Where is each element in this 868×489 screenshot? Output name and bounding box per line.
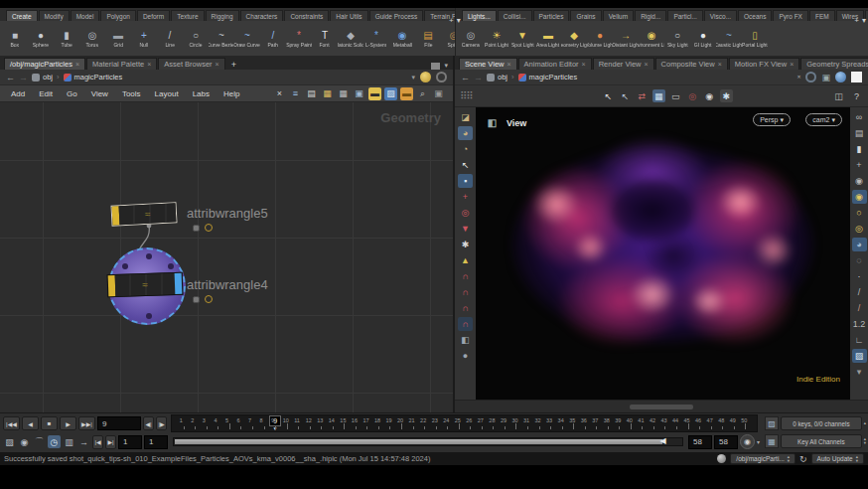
shelf-tab[interactable]: Modify bbox=[39, 10, 70, 21]
menu-item[interactable]: Tools bbox=[115, 89, 148, 98]
tool-point-light[interactable]: ☀ Point Light bbox=[484, 29, 509, 48]
tool-box[interactable]: ■ Box bbox=[2, 29, 28, 48]
play-reverse-button[interactable]: ◀ bbox=[22, 416, 39, 430]
rotate-tool-icon[interactable]: ◎ bbox=[458, 206, 473, 220]
points-display-icon[interactable]: · bbox=[852, 269, 867, 283]
flipbook-icon[interactable]: ▨ bbox=[3, 435, 16, 448]
context-path-button[interactable]: /obj/magicParti... ▴▾ bbox=[730, 453, 796, 464]
translate-tool-icon[interactable]: + bbox=[458, 190, 473, 204]
layout-panes-icon[interactable]: ◫ bbox=[832, 89, 845, 102]
close-tab-icon[interactable]: × bbox=[75, 61, 79, 68]
secure-selection-lock-icon[interactable]: ▪ bbox=[458, 174, 473, 188]
keys-spinner[interactable]: ▴ bbox=[864, 421, 866, 425]
render-bell-icon[interactable]: ◉ bbox=[703, 89, 716, 102]
pane-tab[interactable]: Scene View × bbox=[459, 58, 517, 70]
tool-null[interactable]: + Null bbox=[131, 29, 157, 48]
tool-l-system[interactable]: * L-System bbox=[363, 29, 389, 48]
step-back-button[interactable]: ◀| bbox=[143, 416, 154, 430]
customize-toolbar-icon[interactable]: × bbox=[273, 87, 286, 100]
close-tab-icon[interactable]: × bbox=[790, 61, 794, 68]
pane-tab[interactable]: Geometry Spreadsheet × bbox=[800, 58, 868, 70]
construction-plane-icon[interactable]: ◧ bbox=[458, 333, 473, 347]
display-options-icon[interactable]: ✱ bbox=[720, 89, 733, 102]
snapshot-icon[interactable]: ▣ bbox=[432, 87, 445, 100]
snap-edge-icon[interactable]: ∩ bbox=[458, 301, 473, 315]
shelf-tab[interactable]: Model bbox=[71, 10, 100, 21]
tool-spray-paint[interactable]: * Spray Paint bbox=[286, 29, 312, 48]
breadcrumb-current[interactable]: magicParticles bbox=[518, 73, 578, 82]
pane-tab[interactable]: Motion FX View × bbox=[729, 58, 799, 70]
shelf-tab[interactable]: Vellum bbox=[603, 10, 635, 21]
shelf-tab[interactable]: Collisi... bbox=[498, 10, 532, 21]
shelf-tab[interactable]: Polygon bbox=[100, 10, 136, 21]
pane-tab[interactable]: Composite View × bbox=[655, 58, 728, 70]
tool-area-light[interactable]: ▬ Area Light bbox=[535, 29, 561, 48]
shelf-add-button-right[interactable]: +▾ bbox=[851, 9, 866, 27]
pin-icon[interactable]: + bbox=[794, 73, 803, 82]
shelf-tab[interactable]: Characters bbox=[240, 10, 284, 21]
tool-geometry-light[interactable]: ◆ Geometry Light bbox=[561, 29, 587, 48]
pane-tab[interactable]: /obj/magicParticles × bbox=[4, 58, 85, 70]
key-menu-chevron-icon[interactable]: ▾ bbox=[757, 438, 760, 445]
white-panel-icon[interactable] bbox=[851, 72, 862, 82]
pane-tab[interactable]: Material Palette × bbox=[86, 58, 157, 70]
sticky-note-icon[interactable]: ▬ bbox=[368, 87, 381, 100]
tool-sphere[interactable]: ● Sphere bbox=[28, 29, 54, 48]
tool-curve-bezier[interactable]: ~ Curve Bezier bbox=[209, 29, 234, 48]
list-view-icon[interactable]: ▤ bbox=[305, 87, 318, 100]
flipbook-snapshot-icon[interactable]: ▨ bbox=[852, 349, 867, 363]
new-tab-button[interactable]: + bbox=[226, 60, 241, 70]
auto-update-spinner[interactable]: ▴▾ bbox=[856, 455, 858, 463]
tool-tube[interactable]: ▮ Tube bbox=[54, 29, 79, 48]
shelf-tab[interactable]: Hair Utils bbox=[330, 10, 367, 21]
jump-end-button[interactable]: ▶▶| bbox=[78, 416, 95, 430]
tool-portal-light[interactable]: ▯ Portal Light bbox=[742, 29, 768, 48]
tool-volume-light[interactable]: ● Volume Light bbox=[587, 29, 613, 48]
snapshot-menu-chevron-icon[interactable]: ▾ bbox=[852, 365, 867, 379]
key-all-icon[interactable]: ▦ bbox=[765, 434, 779, 448]
shelf-tab[interactable]: Grains bbox=[570, 10, 601, 21]
tool-environment-light[interactable]: ◉ Environment Light bbox=[639, 29, 664, 48]
layout-grid-icon[interactable]: ▦ bbox=[337, 87, 350, 100]
menu-item[interactable]: Help bbox=[217, 89, 246, 98]
shading-mode-icon[interactable]: ◕ bbox=[852, 238, 867, 251]
range-start-field[interactable]: 1 bbox=[118, 435, 142, 449]
help-icon[interactable]: ? bbox=[850, 89, 863, 102]
sphere-icon[interactable] bbox=[835, 72, 846, 82]
pane-maximize-icon[interactable] bbox=[431, 63, 440, 70]
pane-menu-chevron-icon[interactable]: ▾ bbox=[444, 62, 448, 70]
no-live-icon[interactable]: ◎ bbox=[686, 89, 699, 102]
breadcrumb-root[interactable]: obj bbox=[487, 73, 507, 82]
shelf-tab[interactable]: Lights... bbox=[462, 10, 497, 21]
close-tab-icon[interactable]: × bbox=[582, 61, 586, 68]
frame-range-slider[interactable]: ◀ bbox=[173, 437, 683, 446]
menu-item[interactable]: Layout bbox=[148, 89, 186, 98]
pane-tab[interactable]: Render View × bbox=[593, 58, 654, 70]
save-icon[interactable]: ▣ bbox=[353, 87, 365, 100]
stereo-glasses-icon[interactable]: ∞ bbox=[852, 110, 867, 124]
snap-grid-icon[interactable]: ∩ bbox=[458, 269, 473, 283]
objects-tool-icon[interactable]: ◪ bbox=[458, 110, 473, 124]
node-name-label[interactable]: attribwrangle5 bbox=[187, 206, 268, 221]
node-display-flag[interactable] bbox=[175, 273, 183, 294]
breadcrumb-current[interactable]: magicParticles bbox=[64, 73, 123, 82]
brush-icon[interactable]: / bbox=[852, 285, 867, 299]
close-tab-icon[interactable]: × bbox=[506, 61, 510, 68]
select-arrow-icon[interactable]: ↖ bbox=[458, 158, 473, 172]
timeline-ruler[interactable]: 9 ▼ 123456789101112131415161718192021222… bbox=[171, 414, 758, 432]
tool-spiral[interactable]: ◎ Spiral bbox=[441, 29, 455, 48]
background-image-icon[interactable]: ▨ bbox=[384, 87, 397, 100]
shelf-tab[interactable]: Constraints bbox=[284, 10, 329, 21]
key-all-spinner[interactable]: ▴▾ bbox=[864, 437, 866, 445]
pane-tab[interactable]: Asset Browser × bbox=[158, 58, 224, 70]
tool-platonic-solids[interactable]: ◆ Platonic Solids bbox=[338, 29, 363, 48]
target-icon[interactable] bbox=[805, 72, 816, 82]
pane-tab[interactable]: Animation Editor × bbox=[518, 58, 592, 70]
step-forward-button[interactable]: |▶ bbox=[156, 416, 167, 430]
smooth-shade-icon[interactable]: ◌ bbox=[852, 253, 867, 267]
range-start-button[interactable]: |◀ bbox=[92, 435, 103, 449]
snap-options-icon[interactable]: ∩ bbox=[458, 317, 473, 331]
close-tab-icon[interactable]: × bbox=[718, 61, 722, 68]
search-icon[interactable]: ⌕ bbox=[416, 87, 429, 100]
shelf-tab[interactable]: Pyro FX bbox=[773, 10, 807, 21]
